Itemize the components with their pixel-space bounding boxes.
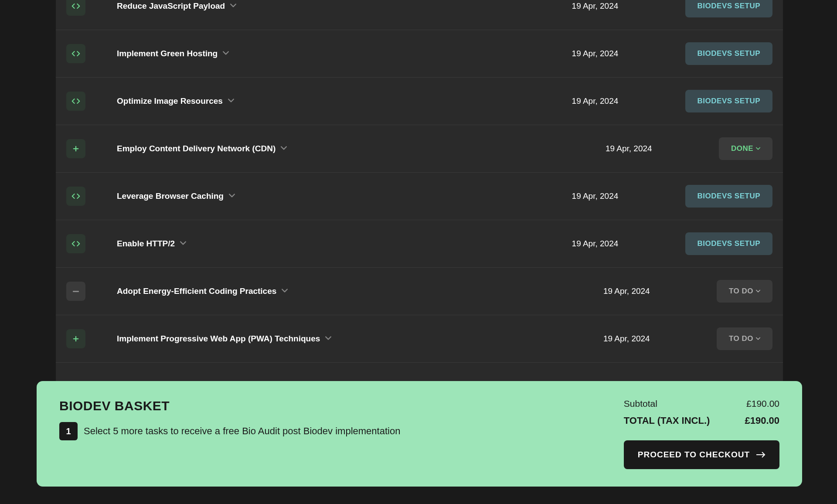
- biodev-basket: BIODEV BASKET 1 Select 5 more tasks to r…: [37, 381, 802, 487]
- status-label: BIODEVS SETUP: [698, 239, 760, 248]
- subtotal-value: £190.00: [746, 398, 779, 409]
- task-row[interactable]: Reduce JavaScript Payload19 Apr, 2024BIO…: [56, 0, 783, 30]
- task-title-text: Implement Green Hosting: [117, 49, 218, 58]
- task-title[interactable]: Optimize Image Resources: [117, 96, 572, 106]
- task-date: 19 Apr, 2024: [572, 191, 685, 201]
- task-title[interactable]: Leverage Browser Caching: [117, 191, 572, 201]
- total-label: TOTAL (TAX INCL.): [624, 415, 710, 426]
- task-title-text: Implement Progressive Web App (PWA) Tech…: [117, 334, 320, 344]
- status-label: BIODEVS SETUP: [698, 49, 760, 58]
- task-row[interactable]: Optimize Image Resources19 Apr, 2024BIOD…: [56, 78, 783, 125]
- arrow-right-icon: [756, 452, 766, 458]
- task-title-text: Adopt Energy-Efficient Coding Practices: [117, 286, 276, 296]
- chevron-down-icon: [223, 49, 229, 58]
- task-row[interactable]: Leverage Browser Caching19 Apr, 2024BIOD…: [56, 173, 783, 220]
- basket-message-text: Select 5 more tasks to receive a free Bi…: [84, 426, 400, 437]
- status-biodevs-setup[interactable]: BIODEVS SETUP: [685, 42, 772, 65]
- svg-rect-2: [73, 291, 79, 292]
- chevron-down-icon: [180, 239, 186, 249]
- task-row[interactable]: Adopt Energy-Efficient Coding Practices1…: [56, 268, 783, 315]
- task-plus-icon[interactable]: [66, 329, 85, 348]
- chevron-down-icon: [281, 144, 287, 153]
- basket-info: BIODEV BASKET 1 Select 5 more tasks to r…: [59, 398, 624, 469]
- task-code-icon[interactable]: [66, 0, 85, 16]
- status-biodevs-setup[interactable]: BIODEVS SETUP: [685, 185, 772, 208]
- task-code-icon[interactable]: [66, 92, 85, 111]
- task-row[interactable]: Implement Progressive Web App (PWA) Tech…: [56, 315, 783, 363]
- task-date: 19 Apr, 2024: [603, 334, 717, 344]
- task-row[interactable]: Enable HTTP/219 Apr, 2024BIODEVS SETUP: [56, 220, 783, 268]
- task-title[interactable]: Enable HTTP/2: [117, 239, 572, 249]
- chevron-down-icon: [282, 286, 288, 296]
- task-title[interactable]: Reduce JavaScript Payload: [117, 1, 572, 11]
- basket-summary: Subtotal £190.00 TOTAL (TAX INCL.) £190.…: [624, 398, 779, 469]
- task-date: 19 Apr, 2024: [572, 1, 685, 11]
- task-code-icon[interactable]: [66, 187, 85, 206]
- total-value: £190.00: [745, 415, 779, 426]
- status-biodevs-setup[interactable]: BIODEVS SETUP: [685, 90, 772, 112]
- basket-count-badge: 1: [59, 422, 78, 440]
- chevron-down-icon: [325, 334, 331, 344]
- task-title[interactable]: Implement Green Hosting: [117, 49, 572, 58]
- task-code-icon[interactable]: [66, 44, 85, 63]
- task-minus-icon[interactable]: [66, 282, 85, 301]
- task-date: 19 Apr, 2024: [572, 96, 685, 106]
- task-date: 19 Apr, 2024: [606, 144, 719, 153]
- status-label: BIODEVS SETUP: [698, 192, 760, 201]
- task-title[interactable]: Employ Content Delivery Network (CDN): [117, 144, 606, 153]
- task-title[interactable]: Implement Progressive Web App (PWA) Tech…: [117, 334, 603, 344]
- status-label: BIODEVS SETUP: [698, 97, 760, 106]
- task-date: 19 Apr, 2024: [572, 49, 685, 58]
- status-todo[interactable]: TO DO: [717, 327, 772, 350]
- subtotal-label: Subtotal: [624, 398, 657, 409]
- chevron-down-icon: [229, 191, 235, 201]
- task-title[interactable]: Adopt Energy-Efficient Coding Practices: [117, 286, 603, 296]
- total-row: TOTAL (TAX INCL.) £190.00: [624, 415, 779, 426]
- status-todo[interactable]: TO DO: [717, 280, 772, 303]
- status-label: TO DO: [729, 287, 753, 296]
- task-title-text: Leverage Browser Caching: [117, 191, 224, 201]
- task-title-text: Reduce JavaScript Payload: [117, 1, 225, 11]
- status-label: TO DO: [729, 334, 753, 343]
- chevron-down-icon: [228, 96, 234, 106]
- status-label: DONE: [731, 144, 753, 153]
- task-row[interactable]: Implement Green Hosting19 Apr, 2024BIODE…: [56, 30, 783, 78]
- status-done[interactable]: DONE: [719, 137, 772, 160]
- basket-message-row: 1 Select 5 more tasks to receive a free …: [59, 422, 624, 440]
- checkout-label: PROCEED TO CHECKOUT: [638, 450, 750, 460]
- basket-title: BIODEV BASKET: [59, 398, 624, 413]
- task-title-text: Optimize Image Resources: [117, 96, 223, 106]
- subtotal-row: Subtotal £190.00: [624, 398, 779, 409]
- chevron-down-icon: [230, 1, 236, 11]
- task-title-text: Employ Content Delivery Network (CDN): [117, 144, 276, 153]
- status-biodevs-setup[interactable]: BIODEVS SETUP: [685, 0, 772, 17]
- task-plus-icon[interactable]: [66, 139, 85, 158]
- task-title-text: Enable HTTP/2: [117, 239, 175, 249]
- task-date: 19 Apr, 2024: [572, 239, 685, 249]
- proceed-to-checkout-button[interactable]: PROCEED TO CHECKOUT: [624, 440, 779, 469]
- task-code-icon[interactable]: [66, 234, 85, 253]
- task-row[interactable]: Employ Content Delivery Network (CDN)19 …: [56, 125, 783, 173]
- task-date: 19 Apr, 2024: [603, 286, 717, 296]
- status-biodevs-setup[interactable]: BIODEVS SETUP: [685, 232, 772, 255]
- status-label: BIODEVS SETUP: [698, 2, 760, 10]
